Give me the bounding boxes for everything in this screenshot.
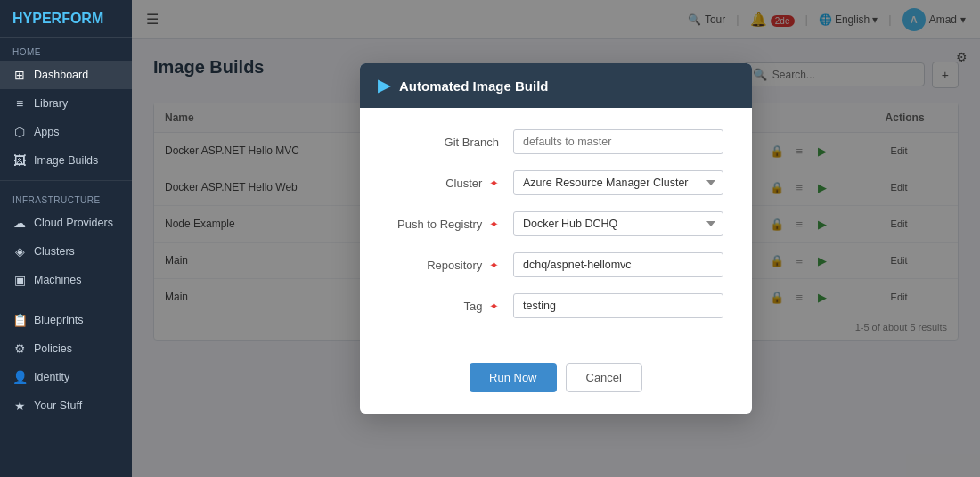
git-branch-label: Git Branch	[388, 136, 513, 149]
blueprints-icon: 📋	[12, 313, 27, 327]
registry-select[interactable]: Docker Hub DCHQ	[513, 211, 723, 236]
sidebar-item-dashboard[interactable]: ⊞ Dashboard	[0, 61, 132, 89]
sidebar-divider-2	[0, 300, 132, 300]
logo-text: HYPERFORM	[12, 11, 103, 26]
clusters-icon: ◈	[12, 244, 27, 259]
registry-asterisk: ✦	[489, 218, 499, 231]
infra-section-label: INFRASTRUCTURE	[0, 186, 132, 209]
sidebar-item-label: Clusters	[34, 245, 75, 258]
app-logo: HYPERFORM	[0, 0, 132, 38]
sidebar-item-label: Library	[34, 97, 68, 110]
machines-icon: ▣	[12, 273, 27, 287]
main-content: ☰ 🔍 Tour | 🔔 2de | 🌐 English ▾ | A Amad …	[132, 0, 980, 477]
sidebar-item-label: Image Builds	[34, 154, 98, 167]
apps-icon: ⬡	[12, 125, 27, 139]
git-branch-input[interactable]	[513, 129, 723, 154]
registry-row: Push to Registry ✦ Docker Hub DCHQ	[388, 211, 723, 236]
modal-footer: Run Now Cancel	[360, 356, 752, 414]
repository-row: Repository ✦	[388, 252, 723, 277]
home-section-label: Home	[0, 38, 132, 61]
dashboard-icon: ⊞	[12, 68, 27, 82]
sidebar-item-label: Your Stuff	[34, 399, 82, 412]
sidebar-item-library[interactable]: ≡ Library	[0, 89, 132, 118]
cluster-asterisk: ✦	[489, 177, 499, 190]
play-icon: ▶	[378, 76, 390, 95]
tag-row: Tag ✦	[388, 293, 723, 318]
sidebar: HYPERFORM Home ⊞ Dashboard ≡ Library ⬡ A…	[0, 0, 132, 477]
cluster-row: Cluster ✦ Azure Resource Manager Cluster…	[388, 170, 723, 195]
git-branch-row: Git Branch	[388, 129, 723, 154]
sidebar-item-apps[interactable]: ⬡ Apps	[0, 118, 132, 146]
sidebar-item-label: Machines	[34, 274, 82, 286]
your-stuff-icon: ★	[12, 399, 27, 413]
repository-label: Repository ✦	[388, 259, 513, 272]
policies-icon: ⚙	[12, 341, 27, 356]
sidebar-item-your-stuff[interactable]: ★ Your Stuff	[0, 391, 132, 420]
registry-label: Push to Registry ✦	[388, 218, 513, 231]
sidebar-item-clusters[interactable]: ◈ Clusters	[0, 237, 132, 266]
cloud-icon: ☁	[12, 216, 27, 230]
modal-header: ▶ Automated Image Build	[360, 63, 752, 108]
sidebar-item-label: Apps	[34, 126, 60, 138]
sidebar-item-machines[interactable]: ▣ Machines	[0, 266, 132, 294]
cluster-label: Cluster ✦	[388, 177, 513, 190]
sidebar-divider-1	[0, 180, 132, 181]
cancel-button[interactable]: Cancel	[566, 363, 642, 392]
modal-dialog: ▶ Automated Image Build Git Branch Clust…	[360, 63, 752, 414]
modal-body: Git Branch Cluster ✦ Azure Resource Mana…	[360, 108, 752, 356]
sidebar-item-label: Blueprints	[34, 314, 84, 326]
sidebar-item-cloud-providers[interactable]: ☁ Cloud Providers	[0, 209, 132, 237]
sidebar-item-label: Cloud Providers	[34, 217, 113, 229]
repository-input[interactable]	[513, 252, 723, 277]
library-icon: ≡	[12, 96, 27, 111]
modal-title: Automated Image Build	[399, 78, 549, 94]
identity-icon: 👤	[12, 370, 27, 384]
sidebar-item-label: Dashboard	[34, 69, 88, 81]
sidebar-item-label: Identity	[34, 371, 69, 383]
tag-label: Tag ✦	[388, 300, 513, 313]
tag-input[interactable]	[513, 293, 723, 318]
run-now-button[interactable]: Run Now	[470, 363, 556, 392]
sidebar-item-policies[interactable]: ⚙ Policies	[0, 334, 132, 363]
sidebar-item-image-builds[interactable]: 🖼 Image Builds	[0, 146, 132, 175]
image-builds-icon: 🖼	[12, 153, 27, 168]
tag-asterisk: ✦	[489, 300, 499, 313]
modal-overlay: ▶ Automated Image Build Git Branch Clust…	[132, 0, 980, 477]
sidebar-item-label: Policies	[34, 342, 72, 355]
sidebar-item-identity[interactable]: 👤 Identity	[0, 363, 132, 391]
sidebar-item-blueprints[interactable]: 📋 Blueprints	[0, 306, 132, 334]
repository-asterisk: ✦	[489, 259, 499, 272]
cluster-select[interactable]: Azure Resource Manager ClusterDocker Hub…	[513, 170, 723, 195]
